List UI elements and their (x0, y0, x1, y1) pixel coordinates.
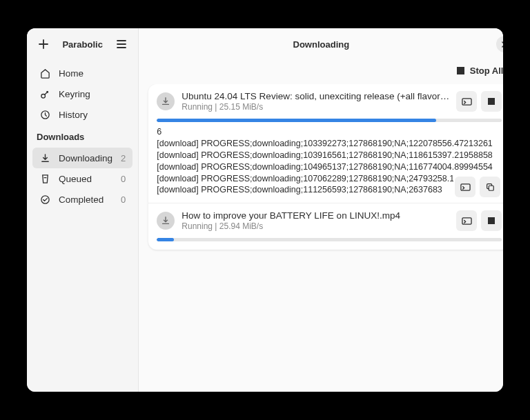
download-header: How to improve your BATTERY LIFE on LINU… (157, 210, 502, 231)
download-title: Ubuntu 24.04 LTS Review: solid, unexciti… (181, 91, 449, 101)
sidebar-item-count: 0 (121, 194, 126, 205)
close-icon (502, 41, 503, 48)
download-item: How to improve your BATTERY LIFE on LINU… (148, 203, 503, 250)
sidebar-header: Parabolic (27, 28, 138, 60)
copy-log-button[interactable] (480, 177, 500, 197)
toggle-log-button[interactable] (456, 91, 477, 112)
sidebar-item-count: 0 (121, 174, 126, 184)
log-panel: 6 [download] PROGRESS;downloading;103392… (157, 122, 502, 203)
main-header: Downloading (139, 28, 503, 60)
svg-rect-4 (462, 98, 471, 104)
progress-bar (157, 238, 502, 241)
completed-icon (39, 194, 50, 205)
sidebar-item-label: Queued (59, 174, 112, 184)
sidebar-item-queued[interactable]: Queued 0 (32, 168, 132, 189)
sidebar-item-label: Keyring (59, 89, 126, 99)
download-status: Running | 25.94 MiB/s (181, 221, 449, 231)
log-line: [download] PROGRESS;downloading;11125659… (157, 184, 502, 196)
sidebar-item-label: Completed (59, 194, 112, 205)
content-area: Ubuntu 24.04 LTS Review: solid, unexciti… (139, 84, 503, 392)
stop-icon (488, 217, 495, 224)
sidebar-item-history[interactable]: History (32, 104, 132, 125)
log-actions (453, 175, 502, 199)
svg-rect-9 (462, 218, 471, 224)
hamburger-icon (117, 40, 126, 48)
sidebar-nav-main: Home Keyring History (27, 60, 138, 125)
home-icon (39, 68, 50, 79)
sidebar-item-label: History (59, 110, 126, 120)
plus-icon (39, 39, 48, 49)
toolbar: Stop All (139, 60, 503, 84)
log-icon (462, 97, 472, 107)
download-info: How to improve your BATTERY LIFE on LINU… (181, 210, 449, 231)
log-line: [download] PROGRESS;downloading;10391656… (157, 150, 502, 161)
history-icon (39, 109, 50, 120)
sidebar-item-label: Downloading (59, 153, 112, 163)
copy-icon (485, 182, 495, 192)
svg-rect-5 (488, 98, 495, 105)
app-title: Parabolic (59, 39, 106, 50)
stop-icon (457, 67, 464, 74)
sidebar-item-completed[interactable]: Completed 0 (32, 189, 132, 210)
download-status: Running | 25.15 MiB/s (181, 102, 449, 112)
stop-download-button[interactable] (481, 91, 502, 112)
key-icon (39, 88, 50, 99)
add-button[interactable] (34, 34, 53, 54)
download-icon (39, 152, 50, 163)
download-actions (456, 210, 502, 231)
download-actions (456, 91, 502, 112)
log-line: [download] PROGRESS;downloading;10706228… (157, 173, 502, 185)
download-title: How to improve your BATTERY LIFE on LINU… (181, 210, 449, 221)
log-view-button[interactable] (455, 177, 475, 197)
sidebar-item-count: 2 (121, 153, 126, 163)
page-title: Downloading (146, 39, 496, 50)
svg-rect-8 (489, 186, 494, 191)
sidebar-nav-downloads: Downloading 2 Queued 0 Completed 0 (27, 145, 138, 210)
sidebar-item-label: Home (59, 68, 126, 79)
log-icon (462, 216, 472, 226)
log-line: [download] PROGRESS;downloading;10339227… (157, 138, 502, 150)
menu-button[interactable] (112, 34, 131, 54)
log-icon (460, 182, 471, 192)
log-line: [download] PROGRESS;downloading;10496513… (157, 161, 502, 173)
download-badge-icon (157, 92, 175, 110)
stop-icon (488, 98, 495, 105)
download-item: Ubuntu 24.04 LTS Review: solid, unexciti… (148, 84, 503, 203)
downloads-section-title: Downloads (27, 125, 138, 145)
download-header: Ubuntu 24.04 LTS Review: solid, unexciti… (157, 91, 502, 112)
stop-download-button[interactable] (481, 210, 502, 231)
download-list: Ubuntu 24.04 LTS Review: solid, unexciti… (148, 84, 503, 250)
app-window: Parabolic Home Keyring (27, 28, 503, 392)
sidebar-item-keyring[interactable]: Keyring (32, 83, 132, 104)
toggle-log-button[interactable] (456, 210, 477, 231)
svg-rect-6 (461, 184, 470, 190)
svg-rect-10 (488, 217, 495, 224)
sidebar: Parabolic Home Keyring (27, 28, 139, 392)
sidebar-item-home[interactable]: Home (32, 63, 132, 83)
stop-all-label: Stop All (470, 66, 503, 76)
svg-rect-3 (457, 67, 464, 74)
sidebar-item-downloading[interactable]: Downloading 2 (32, 148, 132, 168)
log-line: 6 (157, 126, 502, 138)
main-panel: Downloading Stop All (139, 28, 503, 392)
download-badge-icon (157, 212, 175, 230)
close-button[interactable] (496, 36, 503, 52)
queued-icon (39, 173, 50, 184)
download-info: Ubuntu 24.04 LTS Review: solid, unexciti… (181, 91, 449, 112)
progress-fill (157, 238, 174, 241)
stop-all-button[interactable]: Stop All (453, 63, 503, 79)
